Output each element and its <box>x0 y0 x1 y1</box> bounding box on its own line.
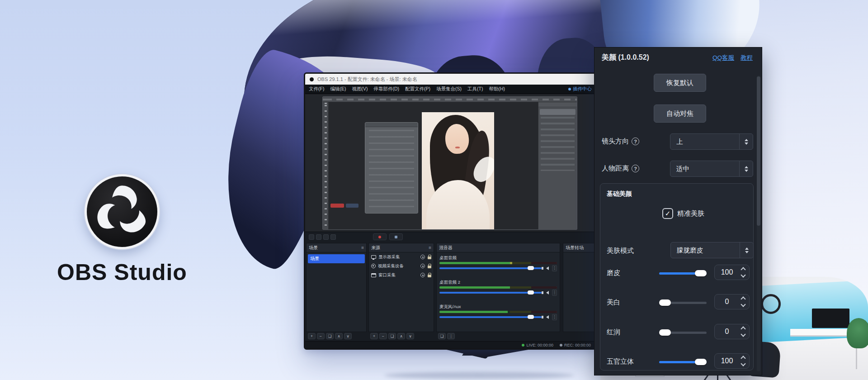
whitening-slider[interactable] <box>659 302 707 304</box>
slider-knob[interactable] <box>659 299 671 306</box>
transitions-dock: 场景转场 <box>563 243 595 332</box>
visibility-eye-icon[interactable] <box>420 273 425 277</box>
mixer-more-button[interactable]: ⋮ <box>447 333 455 339</box>
select-chevrons[interactable] <box>740 242 753 258</box>
dock-mini-button[interactable] <box>330 234 336 240</box>
menu-docks[interactable]: 停靠部件(D) <box>373 86 399 92</box>
record-indicator-button[interactable] <box>373 233 387 240</box>
dock-mini-button[interactable] <box>323 234 329 240</box>
lock-icon[interactable] <box>428 275 431 277</box>
spinner-down-icon[interactable] <box>741 361 745 366</box>
restore-default-button[interactable]: 恢复默认 <box>654 74 706 92</box>
spinner-down-icon[interactable] <box>741 332 745 337</box>
value-spinner[interactable] <box>739 296 749 308</box>
kebab-menu-icon[interactable]: ⋮ <box>552 265 557 271</box>
kebab-menu-icon[interactable]: ⋮ <box>552 290 557 296</box>
add-source-button[interactable]: + <box>370 333 378 339</box>
source-up-button[interactable]: ∧ <box>397 333 405 339</box>
select-chevrons[interactable] <box>739 134 753 149</box>
help-icon[interactable]: ? <box>632 165 639 172</box>
smoothing-value-box[interactable]: 100 <box>714 265 750 280</box>
menu-profile[interactable]: 配置文件(P) <box>405 86 430 92</box>
speaker-icon[interactable] <box>546 266 549 270</box>
panel-layer-rows <box>541 117 575 171</box>
menu-plugin-center[interactable]: 插件中心 <box>568 86 592 92</box>
source-down-button[interactable]: ∨ <box>406 333 414 339</box>
precise-skin-row[interactable]: ✓ 精准美肤 <box>662 208 704 219</box>
facial-3d-slider[interactable] <box>659 361 707 363</box>
spinner-up-icon[interactable] <box>741 267 745 272</box>
scene-item-selected[interactable]: 场景 <box>308 254 365 263</box>
remove-source-button[interactable]: − <box>379 333 387 339</box>
visibility-eye-icon[interactable] <box>420 255 425 259</box>
menu-help[interactable]: 帮助(H) <box>489 86 505 92</box>
remove-scene-button[interactable]: − <box>317 333 325 339</box>
slider-knob[interactable] <box>695 270 707 276</box>
portrait-photo <box>422 112 494 230</box>
visibility-eye-icon[interactable] <box>420 264 425 268</box>
spinner-down-icon[interactable] <box>741 302 745 307</box>
menu-tools[interactable]: 工具(T) <box>467 86 483 92</box>
volume-slider[interactable]: ⋮ <box>439 315 557 319</box>
person-distance-select[interactable]: 适中 <box>670 161 753 177</box>
menu-view[interactable]: 视图(V) <box>352 86 368 92</box>
lens-direction-select[interactable]: 上 <box>670 133 753 150</box>
slider-label: 红润 <box>607 328 620 337</box>
speaker-icon[interactable] <box>546 291 549 294</box>
volume-slider-knob[interactable] <box>528 266 534 270</box>
scene-properties-button[interactable]: ❏ <box>326 333 334 339</box>
kebab-menu-icon[interactable]: ⋮ <box>552 314 557 320</box>
obs-window: OBS 29.1.1 - 配置文件: 未命名 - 场景: 未命名 文件(F) 编… <box>305 74 595 348</box>
help-icon[interactable]: ? <box>632 138 639 145</box>
speaker-icon[interactable] <box>546 315 549 319</box>
spinner-down-icon[interactable] <box>741 272 745 277</box>
qq-support-link[interactable]: QQ客服 <box>712 54 734 62</box>
facial-3d-value-box[interactable]: 100 <box>714 353 750 369</box>
whitening-value-box[interactable]: 0 <box>714 294 750 309</box>
spinner-up-icon[interactable] <box>741 356 745 361</box>
select-chevrons[interactable] <box>739 161 753 176</box>
add-scene-button[interactable]: + <box>308 333 316 339</box>
layout-indicator-button[interactable] <box>389 233 403 240</box>
source-item[interactable]: 视频采集设备 <box>369 261 434 271</box>
dock-mini-button[interactable] <box>309 234 314 240</box>
source-item[interactable]: 显示器采集 <box>369 252 434 261</box>
rosy-value-box[interactable]: 0 <box>714 324 750 339</box>
panel-scrollbar-thumb[interactable] <box>757 76 760 226</box>
person-distance-value: 适中 <box>670 165 739 173</box>
skin-mode-select[interactable]: 朦胧磨皮 <box>670 242 754 258</box>
value-spinner[interactable] <box>739 355 749 367</box>
hamburger-icon[interactable]: ≡ <box>429 245 431 250</box>
value-spinner[interactable] <box>739 266 749 278</box>
menu-file[interactable]: 文件(F) <box>309 86 324 92</box>
volume-slider-knob[interactable] <box>528 315 534 319</box>
slider-knob[interactable] <box>659 329 671 336</box>
value-spinner[interactable] <box>739 326 749 337</box>
smoothing-slider[interactable] <box>659 272 707 275</box>
mixer-dock: 混音器 桌面音频 ⋮ 桌面音频 2 <box>436 243 560 332</box>
lock-icon[interactable] <box>428 256 431 259</box>
hamburger-icon[interactable]: ≡ <box>361 245 364 250</box>
dock-mini-button[interactable] <box>316 234 321 240</box>
chevron-down-icon <box>745 170 748 172</box>
source-properties-button[interactable]: ❏ <box>388 333 396 339</box>
rosy-slider[interactable] <box>659 332 707 334</box>
spinner-up-icon[interactable] <box>741 326 745 331</box>
scene-up-button[interactable]: ∧ <box>335 333 343 339</box>
volume-slider[interactable]: ⋮ <box>439 290 557 295</box>
autofocus-button[interactable]: 自动对焦 <box>654 104 706 123</box>
tutorial-link[interactable]: 教程 <box>741 54 753 62</box>
slider-label: 五官立体 <box>607 357 634 366</box>
checkbox-checked-icon[interactable]: ✓ <box>662 208 673 219</box>
slider-knob[interactable] <box>695 359 707 365</box>
volume-slider-knob[interactable] <box>528 290 534 294</box>
mixer-config-button[interactable]: ❏ <box>438 333 446 339</box>
panel-scrollbar[interactable] <box>757 76 760 371</box>
volume-slider[interactable]: ⋮ <box>439 266 557 271</box>
menu-edit[interactable]: 编辑(E) <box>330 86 346 92</box>
lock-icon[interactable] <box>428 266 431 268</box>
source-item[interactable]: 窗口采集 <box>369 271 434 280</box>
menu-scene-collection[interactable]: 场景集合(S) <box>436 86 462 92</box>
scene-down-button[interactable]: ∨ <box>344 333 352 339</box>
spinner-up-icon[interactable] <box>741 296 745 301</box>
